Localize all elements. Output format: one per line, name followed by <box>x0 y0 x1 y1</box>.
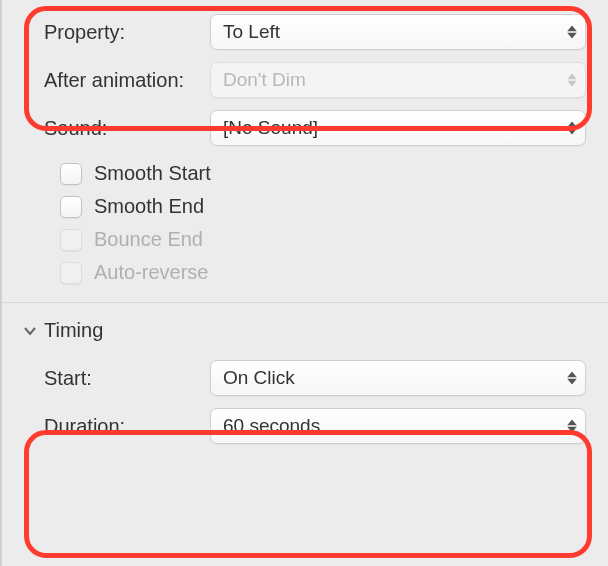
stepper-icon <box>567 122 577 135</box>
after-animation-value: Don't Dim <box>223 69 306 91</box>
property-label: Property: <box>22 21 202 44</box>
bounce-end-label: Bounce End <box>94 228 203 251</box>
stepper-icon <box>567 420 577 433</box>
start-value: On Click <box>223 367 295 389</box>
after-animation-row: After animation: Don't Dim <box>0 56 608 104</box>
duration-value: 60 seconds <box>223 415 320 437</box>
stepper-icon <box>567 74 577 87</box>
animation-panel: Property: To Left After animation: Don't… <box>0 0 608 450</box>
duration-row: Duration: 60 seconds <box>0 402 608 450</box>
smooth-start-checkbox[interactable] <box>60 163 82 185</box>
chevron-down-icon <box>22 323 38 339</box>
after-animation-label: After animation: <box>22 69 202 92</box>
start-row: Start: On Click <box>0 354 608 402</box>
property-select[interactable]: To Left <box>210 14 586 50</box>
sound-label: Sound: <box>22 117 202 140</box>
sound-select[interactable]: [No Sound] <box>210 110 586 146</box>
property-row: Property: To Left <box>0 8 608 56</box>
auto-reverse-checkbox <box>60 262 82 284</box>
sound-row: Sound: [No Sound] <box>0 104 608 152</box>
auto-reverse-label: Auto-reverse <box>94 261 209 284</box>
smooth-end-label: Smooth End <box>94 195 204 218</box>
timing-section-header[interactable]: Timing <box>0 302 608 354</box>
smooth-end-row: Smooth End <box>0 189 608 222</box>
start-label: Start: <box>22 367 202 390</box>
stepper-icon <box>567 372 577 385</box>
bounce-end-row: Bounce End <box>0 222 608 255</box>
duration-select[interactable]: 60 seconds <box>210 408 586 444</box>
auto-reverse-row: Auto-reverse <box>0 255 608 288</box>
after-animation-select: Don't Dim <box>210 62 586 98</box>
smooth-start-label: Smooth Start <box>94 162 211 185</box>
sound-value: [No Sound] <box>223 117 318 139</box>
stepper-icon <box>567 26 577 39</box>
bounce-end-checkbox <box>60 229 82 251</box>
duration-label: Duration: <box>22 415 202 438</box>
smooth-end-checkbox[interactable] <box>60 196 82 218</box>
smooth-start-row: Smooth Start <box>0 156 608 189</box>
timing-title: Timing <box>44 319 103 342</box>
start-select[interactable]: On Click <box>210 360 586 396</box>
property-value: To Left <box>223 21 280 43</box>
